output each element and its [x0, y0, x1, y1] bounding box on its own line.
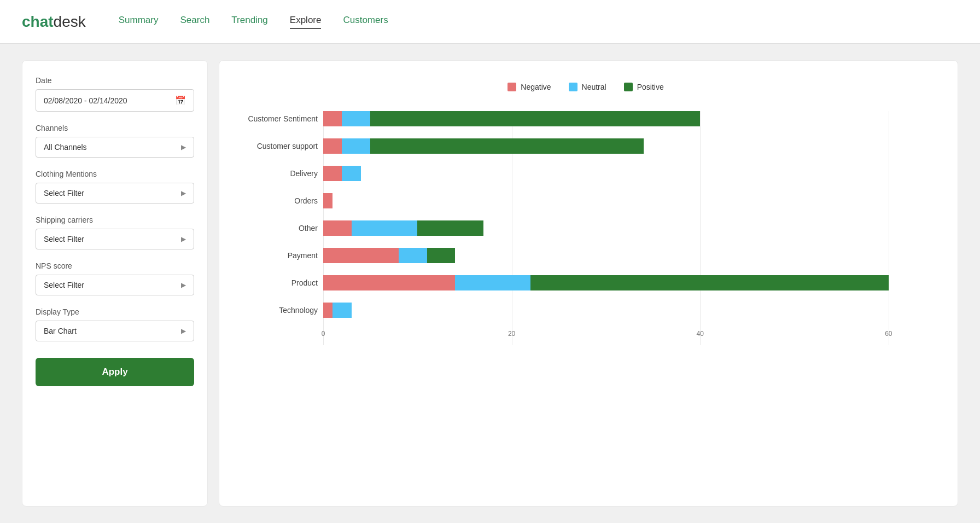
display-value: Bar Chart	[44, 327, 77, 335]
x-axis-tick: 20	[508, 330, 515, 338]
logo-chat: chat	[22, 13, 54, 30]
legend-positive-label: Positive	[637, 83, 664, 91]
x-axis-tick: 40	[697, 330, 704, 338]
shipping-select[interactable]: Select Filter ▶	[36, 229, 194, 249]
bars-container	[323, 193, 936, 208]
nps-arrow-icon: ▶	[181, 281, 186, 289]
chart-legend: Negative Neutral Positive	[236, 83, 936, 91]
bar-neutral	[342, 138, 370, 154]
bar-negative	[323, 303, 332, 318]
bar-negative	[323, 248, 399, 263]
bar-positive	[417, 220, 483, 236]
shipping-value: Select Filter	[44, 235, 84, 243]
clothing-value: Select Filter	[44, 189, 84, 197]
bars-container	[323, 166, 936, 181]
row-label: Other	[236, 224, 318, 233]
legend-negative-dot	[508, 83, 516, 91]
bar-negative	[323, 193, 332, 208]
nps-field-group: NPS score Select Filter ▶	[36, 262, 194, 295]
nav-summary[interactable]: Summary	[119, 15, 159, 29]
display-arrow-icon: ▶	[181, 327, 186, 335]
display-field-group: Display Type Bar Chart ▶	[36, 307, 194, 341]
bar-positive	[370, 138, 644, 154]
shipping-label: Shipping carriers	[36, 216, 194, 224]
channels-arrow-icon: ▶	[181, 143, 186, 151]
bars-container	[323, 138, 936, 154]
chart-row: Other	[323, 220, 936, 236]
bar-neutral	[342, 166, 360, 181]
chart-row: Technology	[323, 303, 936, 318]
channels-field-group: Channels All Channels ▶	[36, 124, 194, 158]
bar-neutral	[352, 220, 418, 236]
logo: chatdesk	[22, 13, 86, 31]
row-label: Technology	[236, 306, 318, 315]
apply-button[interactable]: Apply	[36, 358, 194, 386]
logo-desk: desk	[54, 13, 86, 30]
clothing-select[interactable]: Select Filter ▶	[36, 183, 194, 204]
legend-neutral-dot	[569, 83, 578, 91]
shipping-field-group: Shipping carriers Select Filter ▶	[36, 216, 194, 249]
channels-value: All Channels	[44, 143, 87, 152]
date-input[interactable]: 02/08/2020 - 02/14/2020 📅	[36, 89, 194, 112]
page-body: Date 02/08/2020 - 02/14/2020 📅 Channels …	[0, 44, 980, 523]
nps-value: Select Filter	[44, 281, 84, 289]
nav-trending[interactable]: Trending	[231, 15, 267, 29]
bar-negative	[323, 275, 455, 290]
bar-neutral	[342, 111, 370, 126]
left-panel: Date 02/08/2020 - 02/14/2020 📅 Channels …	[22, 60, 208, 507]
date-field-group: Date 02/08/2020 - 02/14/2020 📅	[36, 76, 194, 112]
bars-container	[323, 111, 936, 126]
bar-negative	[323, 111, 342, 126]
bars-container	[323, 220, 936, 236]
bars-container	[323, 248, 936, 263]
row-label: Product	[236, 278, 318, 287]
bar-neutral	[332, 303, 351, 318]
chart-row: Customer Sentiment	[323, 111, 936, 126]
x-axis-tick: 0	[322, 330, 325, 338]
nps-label: NPS score	[36, 262, 194, 270]
legend-negative-label: Negative	[521, 83, 551, 91]
nav-customers[interactable]: Customers	[343, 15, 388, 29]
clothing-field-group: Clothing Mentions Select Filter ▶	[36, 170, 194, 204]
bar-neutral	[455, 275, 530, 290]
channels-select[interactable]: All Channels ▶	[36, 137, 194, 158]
nav-explore[interactable]: Explore	[290, 15, 322, 29]
display-select[interactable]: Bar Chart ▶	[36, 321, 194, 341]
chart-row: Customer support	[323, 138, 936, 154]
date-label: Date	[36, 76, 194, 85]
row-label: Orders	[236, 196, 318, 205]
row-label: Payment	[236, 251, 318, 260]
bar-positive	[370, 111, 700, 126]
bar-positive	[427, 248, 456, 263]
bar-negative	[323, 220, 352, 236]
header: chatdesk Summary Search Trending Explore…	[0, 0, 980, 44]
bars-container	[323, 275, 936, 290]
chart-container: Customer SentimentCustomer supportDelive…	[236, 111, 936, 345]
right-panel: Negative Neutral Positive Customer Senti…	[219, 60, 958, 507]
nps-select[interactable]: Select Filter ▶	[36, 275, 194, 295]
date-value: 02/08/2020 - 02/14/2020	[44, 96, 127, 105]
legend-positive: Positive	[624, 83, 664, 91]
nav-search[interactable]: Search	[180, 15, 209, 29]
shipping-arrow-icon: ▶	[181, 235, 186, 243]
clothing-arrow-icon: ▶	[181, 189, 186, 197]
legend-neutral: Neutral	[569, 83, 606, 91]
chart-row: Delivery	[323, 166, 936, 181]
row-label: Delivery	[236, 169, 318, 178]
bar-negative	[323, 138, 342, 154]
chart-row: Orders	[323, 193, 936, 208]
calendar-icon: 📅	[175, 95, 186, 106]
bar-negative	[323, 166, 342, 181]
legend-neutral-label: Neutral	[582, 83, 606, 91]
main-nav: Summary Search Trending Explore Customer…	[119, 15, 388, 29]
row-label: Customer support	[236, 142, 318, 150]
legend-negative: Negative	[508, 83, 551, 91]
clothing-label: Clothing Mentions	[36, 170, 194, 178]
x-axis: 0204060	[323, 330, 936, 345]
x-axis-tick: 60	[885, 330, 892, 338]
channels-label: Channels	[36, 124, 194, 132]
legend-positive-dot	[624, 83, 633, 91]
display-label: Display Type	[36, 307, 194, 316]
chart-row: Product	[323, 275, 936, 290]
chart-row: Payment	[323, 248, 936, 263]
